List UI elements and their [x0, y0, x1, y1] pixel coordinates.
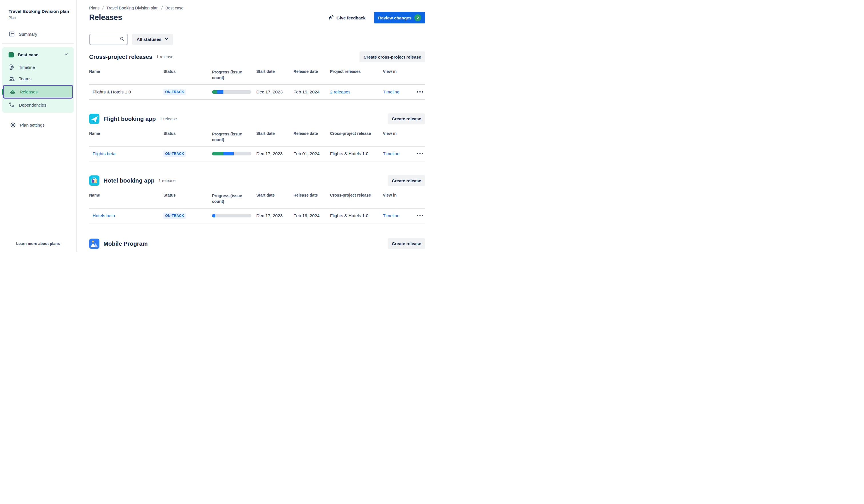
give-feedback-button[interactable]: Give feedback: [326, 14, 368, 22]
summary-icon: [9, 31, 15, 37]
teams-icon: [9, 75, 15, 82]
column-header-start-date: Start date: [256, 131, 293, 136]
column-header-view-in: View in: [383, 69, 410, 74]
status-filter-dropdown[interactable]: All statuses: [132, 34, 173, 45]
column-header-release-date: Release date: [293, 193, 330, 197]
column-header-progress: Progress (issue count): [212, 131, 246, 143]
column-header-start-date: Start date: [256, 69, 293, 74]
column-header-status: Status: [164, 131, 212, 136]
view-in-timeline-link[interactable]: Timeline: [383, 89, 399, 94]
column-header-start-date: Start date: [256, 193, 293, 197]
create-release-button[interactable]: Create release: [388, 238, 425, 249]
mobile-project-avatar-icon: [89, 239, 99, 249]
releases-table: Name Status Progress (issue count) Start…: [89, 66, 425, 100]
scenario-label: Best case: [18, 52, 38, 58]
give-feedback-label: Give feedback: [337, 15, 366, 20]
release-name-link[interactable]: Flights beta: [93, 151, 116, 156]
plan-header: Travel Booking Division plan Plan: [0, 0, 76, 20]
view-in-timeline-link[interactable]: Timeline: [383, 213, 399, 218]
hotel-project-avatar-icon: [89, 176, 99, 186]
learn-more-link[interactable]: Learn more about plans: [0, 241, 76, 246]
release-name: Flights & Hotels 1.0: [89, 89, 164, 95]
page-title: Releases: [89, 13, 183, 22]
selected-indicator: [2, 89, 3, 95]
scenario-selector[interactable]: Best case: [3, 48, 73, 61]
sidebar-item-teams[interactable]: Teams: [3, 73, 73, 84]
search-icon: [119, 36, 124, 43]
start-date: Dec 17, 2023: [256, 213, 293, 218]
column-header-name: Name: [89, 193, 164, 197]
release-date: Feb 01, 2024: [293, 151, 330, 156]
section-release-count: 1 release: [156, 55, 173, 59]
breadcrumb-separator: /: [161, 6, 163, 10]
start-date: Dec 17, 2023: [256, 89, 293, 95]
status-badge: ON-TRACK: [164, 151, 186, 157]
section-title: Hotel booking app: [104, 177, 155, 184]
chevron-down-icon: [64, 52, 69, 58]
create-release-button[interactable]: Create release: [388, 113, 425, 124]
section-hotel-booking-app: Hotel booking app 1 release Create relea…: [89, 175, 425, 224]
sidebar-item-dependencies[interactable]: Dependencies: [3, 99, 73, 110]
release-row: Flights & Hotels 1.0 ON-TRACK Dec 17, 20…: [89, 85, 425, 100]
release-row: Hotels beta ON-TRACK Dec 17, 2023 Feb 19…: [89, 208, 425, 224]
review-changes-label: Review changes: [378, 15, 411, 20]
column-header-cross-project-release: Cross-project release: [330, 131, 383, 136]
column-header-name: Name: [89, 69, 164, 74]
breadcrumb-separator: /: [102, 6, 104, 10]
plan-title: Travel Booking Division plan: [9, 9, 71, 14]
app-root: Travel Booking Division plan Plan Summar…: [0, 0, 432, 252]
column-header-view-in: View in: [383, 193, 410, 197]
timeline-icon: [9, 64, 15, 70]
sidebar-item-label: Releases: [20, 89, 38, 94]
header-actions: Give feedback Review changes 2: [326, 12, 425, 23]
search-input[interactable]: [93, 37, 119, 42]
breadcrumb-scenario[interactable]: Best case: [165, 6, 184, 10]
start-date: Dec 17, 2023: [256, 151, 293, 156]
breadcrumb-plans[interactable]: Plans: [89, 6, 99, 10]
ship-icon: [10, 88, 16, 95]
progress-bar: [212, 90, 251, 94]
table-header-row: Name Status Progress (issue count) Start…: [89, 189, 425, 208]
column-header-name: Name: [89, 131, 164, 136]
row-actions-button[interactable]: [410, 215, 425, 217]
view-in-timeline-link[interactable]: Timeline: [383, 151, 399, 156]
sidebar: Travel Booking Division plan Plan Summar…: [0, 0, 76, 252]
section-title: Cross-project releases: [89, 53, 152, 60]
column-header-project-releases: Project releases: [330, 69, 383, 74]
sidebar-item-timeline[interactable]: Timeline: [3, 61, 73, 73]
flight-project-avatar-icon: [89, 114, 99, 124]
sidebar-item-label: Summary: [19, 32, 37, 37]
section-cross-project-releases: Cross-project releases 1 release Create …: [89, 51, 425, 100]
gear-icon: [10, 122, 16, 128]
sidebar-item-label: Teams: [19, 76, 32, 81]
row-actions-button[interactable]: [410, 91, 425, 93]
create-release-button[interactable]: Create release: [388, 175, 425, 186]
column-header-status: Status: [164, 69, 212, 74]
project-releases-link[interactable]: 2 releases: [330, 89, 350, 94]
sidebar-item-releases-selected: Releases: [3, 85, 73, 99]
status-filter-label: All statuses: [136, 37, 161, 42]
create-cross-project-release-button[interactable]: Create cross-project release: [359, 51, 425, 62]
plan-subtitle: Plan: [9, 16, 71, 20]
breadcrumb: Plans / Travel Booking Division plan / B…: [89, 6, 183, 10]
section-release-count: 1 release: [160, 117, 177, 121]
column-header-view-in: View in: [383, 131, 410, 136]
megaphone-icon: [328, 14, 334, 21]
breadcrumb-plan[interactable]: Travel Booking Division plan: [106, 6, 158, 10]
search-field[interactable]: [89, 34, 128, 45]
sidebar-item-summary[interactable]: Summary: [2, 28, 74, 40]
review-changes-button[interactable]: Review changes 2: [374, 12, 425, 23]
section-title: Mobile Program: [104, 240, 148, 247]
release-date: Feb 19, 2024: [293, 89, 330, 95]
column-header-status: Status: [164, 193, 212, 197]
sidebar-item-plan-settings[interactable]: Plan settings: [2, 119, 74, 131]
column-header-progress: Progress (issue count): [212, 69, 246, 81]
row-actions-button[interactable]: [410, 153, 425, 155]
status-badge: ON-TRACK: [164, 89, 186, 95]
sidebar-item-releases[interactable]: Releases: [4, 86, 72, 98]
section-mobile-program: Mobile Program Create release There are …: [89, 238, 425, 252]
dependencies-icon: [9, 102, 15, 108]
sidebar-item-label: Dependencies: [19, 103, 46, 107]
release-name-link[interactable]: Hotels beta: [93, 213, 115, 218]
cross-project-release-name: Flights & Hotels 1.0: [330, 151, 383, 156]
